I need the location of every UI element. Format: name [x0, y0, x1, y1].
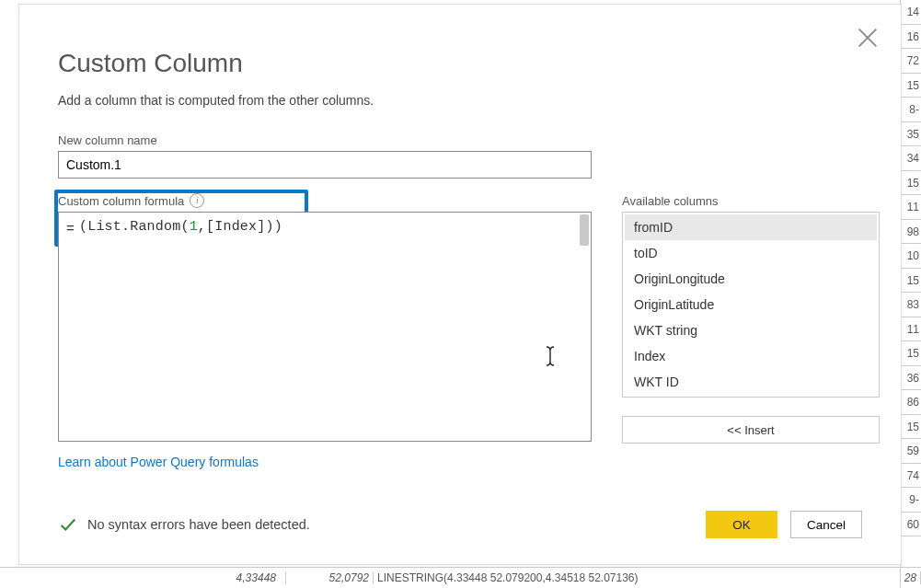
close-icon [855, 25, 881, 51]
bg-cell-c4: 28 [880, 571, 921, 584]
close-button[interactable] [855, 25, 881, 51]
available-column-item[interactable]: OriginLatitude [625, 292, 877, 317]
available-column-item[interactable]: WKT string [625, 317, 877, 343]
ok-button[interactable]: OK [706, 511, 777, 538]
formula-editor[interactable]: = (List.Random(1,[Index])) [58, 212, 592, 442]
new-column-name-label: New column name [58, 133, 592, 147]
available-column-item[interactable]: Index [625, 343, 877, 369]
bg-cell: 36 [901, 366, 921, 391]
bg-cell: 16 [901, 25, 921, 50]
formula-scrollbar-thumb[interactable] [580, 214, 589, 246]
bg-cell: 98 [901, 220, 921, 245]
bg-cell-c3: LINESTRING(4.33448 52.079200,4.34518 52.… [374, 571, 880, 584]
dialog-subtitle: Add a column that is computed from the o… [58, 93, 862, 108]
bg-cell: 74 [901, 464, 921, 489]
formula-equals: = [66, 220, 75, 236]
available-column-item[interactable]: toID [625, 240, 877, 266]
available-columns-label: Available columns [622, 194, 880, 208]
bg-cell: 72 [901, 49, 921, 74]
bg-cell: 34 [901, 146, 921, 171]
bg-cell: 59 [901, 439, 921, 464]
bg-cell: 11 [901, 195, 921, 220]
bg-cell: 86 [901, 390, 921, 415]
insert-button[interactable]: << Insert [622, 416, 880, 444]
bg-cell: 11 [901, 317, 921, 342]
background-data-row: 4,33448 52,0792 LINESTRING(4.33448 52.07… [0, 567, 921, 588]
bg-cell: 15 [901, 269, 921, 294]
formula-text: (List.Random(1,[Index])) [79, 219, 282, 235]
info-icon[interactable]: i [190, 193, 204, 208]
available-columns-list[interactable]: fromID toID OriginLongitude OriginLatitu… [622, 212, 880, 398]
bg-cell: 60 [901, 513, 921, 537]
learn-more-link[interactable]: Learn about Power Query formulas [58, 455, 259, 469]
dialog-title: Custom Column [58, 49, 862, 78]
bg-cell-c2: 52,0792 [286, 571, 374, 584]
new-column-name-input[interactable] [58, 151, 592, 179]
available-column-item[interactable]: fromID [625, 214, 877, 240]
bg-cell: 35 [901, 122, 921, 147]
bg-cell: 15 [901, 74, 921, 98]
custom-column-dialog: Custom Column Add a column that is compu… [18, 4, 902, 565]
background-grid-column: 14 16 72 15 8- 35 34 15 11 98 10 15 83 1… [900, 0, 921, 588]
bg-cell: 9- [901, 488, 921, 513]
available-column-item[interactable]: WKT ID [625, 369, 877, 395]
bg-cell-c1: 4,33448 [0, 571, 286, 584]
bg-cell: 15 [901, 341, 921, 366]
bg-cell: 8- [901, 98, 921, 122]
available-column-item[interactable]: OriginLongitude [625, 266, 877, 292]
bg-cell: 15 [901, 171, 921, 196]
cancel-button[interactable]: Cancel [790, 511, 862, 538]
formula-label: Custom column formula [58, 194, 184, 208]
bg-cell: 83 [901, 293, 921, 317]
bg-cell: 14 [901, 0, 921, 25]
bg-cell: 10 [901, 244, 921, 269]
bg-cell: 15 [901, 415, 921, 440]
status-text: No syntax errors have been detected. [87, 517, 310, 532]
checkmark-icon [58, 514, 78, 535]
